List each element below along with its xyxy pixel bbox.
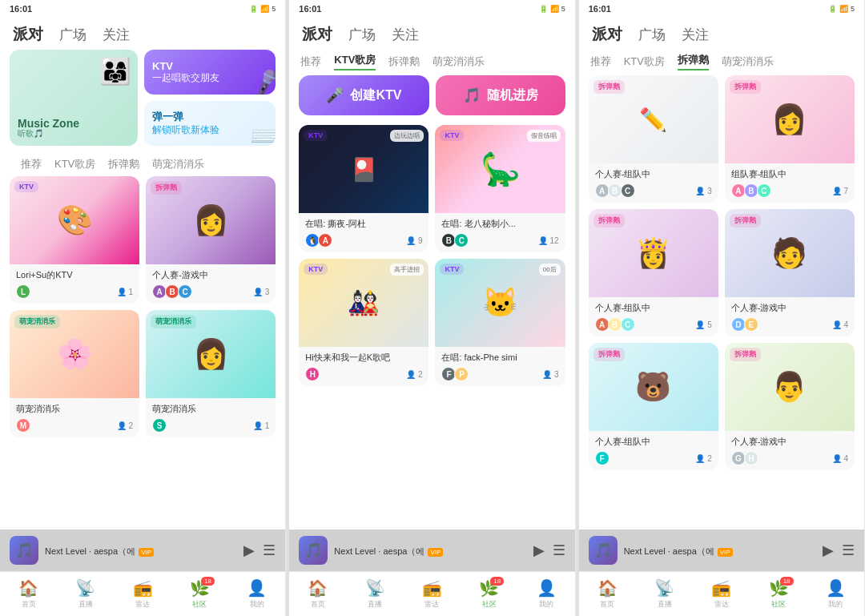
player-bar-3[interactable]: 🎵 Next Level · aespa（에VIP ▶ ☰ xyxy=(579,529,864,571)
sub-tab-ktv-3[interactable]: KTV歌房 xyxy=(624,54,665,69)
ktv-card-meta-2: B C 👤 12 xyxy=(441,233,558,248)
vip-badge-2: VIP xyxy=(428,548,443,556)
nav-profile-1[interactable]: 👤 我的 xyxy=(247,578,267,610)
sub-tab-meng-1[interactable]: 萌宠消消乐 xyxy=(152,157,204,171)
hero-music-zone[interactable]: 👨‍👩‍👧 Music Zone 听歌🎵 xyxy=(10,50,138,146)
ktv-sub-tag-2: 假音练唱 xyxy=(527,130,561,142)
dan-count-5: 👤 2 xyxy=(695,454,711,463)
dan-room-card-3[interactable]: 👸 拆弹鹅 个人赛-组队中 A B C 👤 5 xyxy=(589,209,718,336)
ktv-avatar-1b: A xyxy=(318,233,332,248)
nav-live-1[interactable]: 📡 直播 xyxy=(75,578,95,610)
create-ktv-button[interactable]: 🎤 创建KTV xyxy=(299,75,428,115)
nav-community-3[interactable]: 🌿 社区 18 xyxy=(769,578,789,610)
ktv-room-card-2[interactable]: 🦕 KTV 假音练唱 在唱: 老八秘制小... B C 👤 12 xyxy=(435,125,565,252)
ktv-sub-tag-3: 高手进招 xyxy=(390,264,424,276)
nav-community-1[interactable]: 🌿 社区 18 xyxy=(190,578,210,610)
sub-tab-recommend-2[interactable]: 推荐 xyxy=(300,54,321,69)
nav-tab-square-1[interactable]: 广场 xyxy=(59,26,86,44)
room-card-4[interactable]: 👩 萌宠消消乐 萌宠消消乐 S 👤 1 xyxy=(146,310,276,437)
nav-radar-3[interactable]: 📻 雷达 xyxy=(711,578,731,610)
nav-tab-follow-1[interactable]: 关注 xyxy=(103,26,130,44)
bottom-nav-3: 🏠 首页 📡 直播 📻 雷达 🌿 社区 18 👤 我的 xyxy=(579,571,864,616)
nav-live-3[interactable]: 📡 直播 xyxy=(654,578,674,610)
profile-icon-1: 👤 xyxy=(247,578,267,598)
play-button-1[interactable]: ▶ xyxy=(243,542,255,559)
sub-tab-meng-2[interactable]: 萌宠消消乐 xyxy=(432,54,485,69)
nav-label-home-2: 首页 xyxy=(311,599,325,610)
nav-community-2[interactable]: 🌿 社区 18 xyxy=(479,578,499,610)
ktv-subtitle: 一起唱歌交朋友 xyxy=(152,72,219,85)
room-card-3[interactable]: 🌸 萌宠消消乐 萌宠消消乐 M 👤 2 xyxy=(10,310,139,437)
dan-card-tag-2: 拆弹鹅 xyxy=(730,80,761,94)
ktv-sub-tag-4: 00后 xyxy=(539,264,561,276)
status-icons-3: 🔋 📶 5 xyxy=(828,5,855,13)
create-ktv-label: 创建KTV xyxy=(350,87,401,104)
player-thumbnail-3: 🎵 xyxy=(589,536,618,565)
ktv-room-card-1[interactable]: 🎴 KTV 边玩边唱 在唱: 撕夜-阿杜 🐧 A 👤 9 xyxy=(299,125,428,252)
playlist-button-3[interactable]: ☰ xyxy=(842,542,855,559)
dan-room-card-2[interactable]: 👩 拆弹鹅 组队赛-组队中 A B C 👤 7 xyxy=(725,75,855,203)
nav-tab-square-2[interactable]: 广场 xyxy=(348,26,376,44)
sub-tab-ktv-2[interactable]: KTV歌房 xyxy=(334,53,376,70)
sub-tab-dan-3[interactable]: 拆弹鹅 xyxy=(678,53,709,70)
play-button-2[interactable]: ▶ xyxy=(533,542,545,559)
nav-tab-follow-3[interactable]: 关注 xyxy=(682,26,709,44)
nav-tab-party-1[interactable]: 派对 xyxy=(13,24,43,45)
nav-radar-1[interactable]: 📻 雷达 xyxy=(133,578,153,610)
nav-tab-party-2[interactable]: 派对 xyxy=(302,24,332,45)
nav-radar-2[interactable]: 📻 雷达 xyxy=(422,578,442,610)
radar-icon-1: 📻 xyxy=(133,578,153,598)
vip-badge-1: VIP xyxy=(139,548,154,556)
battery-icon-2: 🔋 xyxy=(539,5,548,13)
ktv-room-card-4[interactable]: 🐱 KTV 00后 在唱: fack-Phe simi F P 👤 3 xyxy=(435,259,565,386)
nav-tab-square-3[interactable]: 广场 xyxy=(638,26,666,44)
nav-profile-3[interactable]: 👤 我的 xyxy=(826,578,846,610)
status-bar-1: 16:01 🔋 📶 5 xyxy=(0,0,285,18)
sub-tab-meng-3[interactable]: 萌宠消消乐 xyxy=(722,54,774,69)
phone-panel-2: 16:01 🔋 📶 5 派对 广场 关注 推荐 KTV歌房 拆弹鹅 萌宠消消乐 … xyxy=(289,0,575,616)
player-bar-1[interactable]: 🎵 Next Level · aespa（에VIP ▶ ☰ xyxy=(0,529,285,571)
play-button-3[interactable]: ▶ xyxy=(823,542,834,559)
nav-home-2[interactable]: 🏠 首页 xyxy=(308,578,328,610)
random-enter-button[interactable]: 🎵 随机进房 xyxy=(436,75,565,115)
card-title-1: Lori+Su的KTV xyxy=(16,269,133,281)
ktv-room-card-3[interactable]: 🎎 KTV 高手进招 Hi快来和我一起K歌吧 H 👤 2 xyxy=(299,259,428,386)
playlist-button-1[interactable]: ☰ xyxy=(263,542,276,559)
sub-tab-dan-2[interactable]: 拆弹鹅 xyxy=(388,54,420,69)
nav-home-3[interactable]: 🏠 首页 xyxy=(597,578,618,610)
sub-tab-recommend-3[interactable]: 推荐 xyxy=(590,54,611,69)
status-time-1: 16:01 xyxy=(10,4,32,14)
dan-room-card-1[interactable]: ✏️ 拆弹鹅 个人赛-组队中 A B C 👤 3 xyxy=(589,75,718,203)
hero-dan-card[interactable]: 弹一弹 解锁听歌新体验 ⌨️ xyxy=(144,101,276,146)
room-card-2[interactable]: 👩 拆弹鹅 个人赛-游戏中 A B C 👤 3 xyxy=(146,176,276,304)
nav-live-2[interactable]: 📡 直播 xyxy=(365,578,385,610)
sub-tabs-3: 推荐 KTV歌房 拆弹鹅 萌宠消消乐 xyxy=(579,50,864,75)
ktv-card-tag-1: KTV xyxy=(304,130,328,141)
dan-room-card-5[interactable]: 🐻 拆弹鹅 个人赛-组队中 F 👤 2 xyxy=(589,343,718,470)
nav-profile-2[interactable]: 👤 我的 xyxy=(537,578,557,610)
dan-card-meta-6: G H 👤 4 xyxy=(731,451,848,465)
sub-tabs-1: 推荐 KTV歌房 拆弹鹅 萌宠消消乐 xyxy=(10,154,276,176)
sub-tab-dan-1[interactable]: 拆弹鹅 xyxy=(108,157,139,171)
playlist-button-2[interactable]: ☰ xyxy=(553,542,565,559)
card-grid-2: 🎴 KTV 边玩边唱 在唱: 撕夜-阿杜 🐧 A 👤 9 🦕 KTV xyxy=(299,125,565,386)
dan-title: 弹一弹 xyxy=(152,110,219,124)
dan-card-meta-4: D E 👤 4 xyxy=(731,317,848,332)
nav-tab-follow-2[interactable]: 关注 xyxy=(392,26,419,44)
dan-room-card-6[interactable]: 👨 拆弹鹅 个人赛-游戏中 G H 👤 4 xyxy=(725,343,855,470)
content-1: 👨‍👩‍👧 Music Zone 听歌🎵 KTV 一起唱歌交朋友 🎤 弹一弹 解… xyxy=(0,50,285,529)
dan-room-card-4[interactable]: 🧑 拆弹鹅 个人赛-游戏中 D E 👤 4 xyxy=(725,209,855,336)
nav-tab-party-3[interactable]: 派对 xyxy=(592,24,622,45)
dan-card-tag-3: 拆弹鹅 xyxy=(593,214,625,227)
phone-panel-3: 16:01 🔋 📶 5 派对 广场 关注 推荐 KTV歌房 拆弹鹅 萌宠消消乐 … xyxy=(579,0,865,616)
sub-tab-recommend-1[interactable]: 推荐 xyxy=(21,157,42,171)
card-count-2: 👤 3 xyxy=(253,288,269,296)
dan-avatar-3a: A xyxy=(595,317,610,332)
room-card-1[interactable]: 🎨 KTV Lori+Su的KTV L 👤 1 xyxy=(10,176,139,304)
hero-ktv-card[interactable]: KTV 一起唱歌交朋友 🎤 xyxy=(144,50,276,95)
player-bar-2[interactable]: 🎵 Next Level · aespa（에VIP ▶ ☰ xyxy=(289,529,574,571)
battery-icon: 🔋 xyxy=(249,5,258,13)
nav-home-1[interactable]: 🏠 首页 xyxy=(18,578,38,610)
sub-tab-ktv-1[interactable]: KTV歌房 xyxy=(54,157,95,171)
nav-label-home-1: 首页 xyxy=(22,599,36,610)
